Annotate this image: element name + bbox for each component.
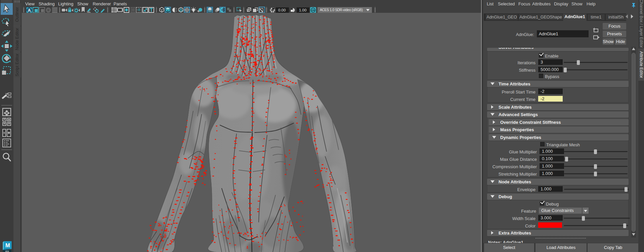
svg-text:ON: ON [311,9,315,11]
svg-text:AYA: AYA [5,250,9,252]
svg-text:M: M [5,242,10,249]
svg-text:A: A [28,8,31,13]
